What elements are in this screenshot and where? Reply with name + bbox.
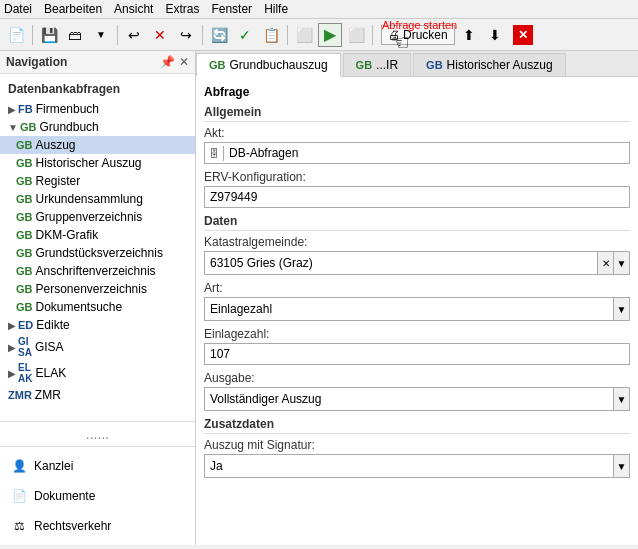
katastralgemeinde-select[interactable]: 63105 Gries (Graz) — [205, 253, 597, 273]
tree-item-register[interactable]: GB Register — [0, 172, 195, 190]
label-anschriften: Anschriftenverzeichnis — [36, 264, 156, 278]
label-dkm: DKM-Grafik — [36, 228, 99, 242]
nav-kanzlei-label: Kanzlei — [34, 459, 73, 473]
label-grundstueck: Grundstücksverzeichnis — [36, 246, 163, 260]
new-button[interactable]: 📄 — [4, 23, 28, 47]
tree-item-auszug[interactable]: GB Auszug — [0, 136, 195, 154]
dropdown-button[interactable]: ▼ — [89, 23, 113, 47]
tab-grundbuchauszug[interactable]: GB Grundbuchauszug — [196, 53, 341, 77]
nav-rechtsverkehr-label: Rechtsverkehr — [34, 519, 111, 533]
tree-item-gisa[interactable]: ▶ GISA GISA — [0, 334, 195, 360]
tab-hist-auszug[interactable]: GB Historischer Auszug — [413, 53, 566, 76]
prefix-gisa: GISA — [18, 336, 32, 358]
menu-hilfe[interactable]: Hilfe — [264, 2, 288, 16]
prefix-gb-gruppen: GB — [16, 211, 33, 223]
nav-next-button[interactable]: ⬜ — [344, 23, 368, 47]
katastralgemeinde-dropdown-btn[interactable]: ▼ — [613, 252, 629, 274]
prefix-fb: FB — [18, 103, 33, 115]
tree-item-dokumentsuche[interactable]: GB Dokumentsuche — [0, 298, 195, 316]
print-icon: 🖨 — [388, 28, 400, 42]
art-select[interactable]: Einlagezahl Grundstücksnummer Name — [205, 299, 613, 319]
undo-button[interactable]: ↩ — [122, 23, 146, 47]
tree-item-grundbuch[interactable]: ▼ GB Grundbuch — [0, 118, 195, 136]
sep2 — [117, 25, 118, 45]
label-dokumentsuche: Dokumentsuche — [36, 300, 123, 314]
tab-prefix-0: GB — [209, 59, 226, 71]
label-grundbuch: Grundbuch — [39, 120, 98, 134]
print-button[interactable]: 🖨 Drucken — [381, 25, 455, 45]
prefix-gb-urk: GB — [16, 193, 33, 205]
tree-item-edikte[interactable]: ▶ ED Edikte — [0, 316, 195, 334]
ausgabe-dropdown-btn[interactable]: ▼ — [613, 388, 629, 410]
section-daten: Daten — [204, 214, 630, 231]
clipboard-button[interactable]: 📋 — [259, 23, 283, 47]
section-allgemein: Allgemein — [204, 105, 630, 122]
tree-item-firmenbuch[interactable]: ▶ FB Firmenbuch — [0, 100, 195, 118]
tree-item-elak[interactable]: ▶ ELAK ELAK — [0, 360, 195, 386]
prefix-gb-dkm: GB — [16, 229, 33, 241]
akt-input[interactable] — [224, 143, 629, 163]
tab-prefix-1: GB — [356, 59, 373, 71]
erv-input[interactable] — [204, 186, 630, 208]
up-button[interactable]: ⬆ — [457, 23, 481, 47]
prefix-gb-anschriften: GB — [16, 265, 33, 277]
tab-prefix-2: GB — [426, 59, 443, 71]
redo-button[interactable]: ↪ — [174, 23, 198, 47]
menu-bearbeiten[interactable]: Bearbeiten — [44, 2, 102, 16]
tree-item-gruppenverzeichnis[interactable]: GB Gruppenverzeichnis — [0, 208, 195, 226]
check-button[interactable]: ✓ — [233, 23, 257, 47]
close-sidebar-icon[interactable]: ✕ — [179, 55, 189, 69]
nav-kanzlei[interactable]: 👤 Kanzlei — [0, 451, 195, 481]
menu-datei[interactable]: Datei — [4, 2, 32, 16]
toolbar: 📄 💾 🗃 ▼ ↩ ✕ ↪ 🔄 ✓ 📋 ⬜ ▶ ⬜ 🖨 Drucken ⬆ ⬇ … — [0, 19, 638, 51]
nav-rechtsverkehr[interactable]: ⚖ Rechtsverkehr — [0, 511, 195, 541]
prefix-gb-hist: GB — [16, 157, 33, 169]
art-label: Art: — [204, 281, 630, 295]
sidebar: Navigation 📌 ✕ Datenbankabfragen ▶ FB Fi… — [0, 51, 196, 545]
ausgabe-select[interactable]: Vollständiger Auszug Kurzauszug Eigentüm… — [205, 389, 613, 409]
tree-item-urkundensammlung[interactable]: GB Urkundensammlung — [0, 190, 195, 208]
save2-button[interactable]: 🗃 — [63, 23, 87, 47]
tree-item-personenverzeichnis[interactable]: GB Personenverzeichnis — [0, 280, 195, 298]
save-button[interactable]: 💾 — [37, 23, 61, 47]
sidebar-nav: 👤 Kanzlei 📄 Dokumente ⚖ Rechtsverkehr — [0, 447, 195, 545]
katastralgemeinde-btns: ✕ ▼ — [597, 252, 629, 274]
down-button[interactable]: ⬇ — [483, 23, 507, 47]
nav-dokumente-label: Dokumente — [34, 489, 95, 503]
auszug-signatur-dropdown-btn[interactable]: ▼ — [613, 455, 629, 477]
refresh-button[interactable]: 🔄 — [207, 23, 231, 47]
ausgabe-select-wrapper: Vollständiger Auszug Kurzauszug Eigentüm… — [204, 387, 630, 411]
tree-item-zmr[interactable]: ZMR ZMR — [0, 386, 195, 404]
field-katastralgemeinde: Katastralgemeinde: 63105 Gries (Graz) ✕ … — [204, 235, 630, 275]
menu-fenster[interactable]: Fenster — [211, 2, 252, 16]
delete-button[interactable]: ✕ — [148, 23, 172, 47]
tree-item-hist-auszug[interactable]: GB Historischer Auszug — [0, 154, 195, 172]
sep3 — [202, 25, 203, 45]
tab-ir[interactable]: GB ...IR — [343, 53, 412, 76]
akt-label: Akt: — [204, 126, 630, 140]
prefix-gb-personen: GB — [16, 283, 33, 295]
menu-extras[interactable]: Extras — [165, 2, 199, 16]
play-button[interactable]: ▶ — [318, 23, 342, 47]
einlagezahl-input[interactable] — [204, 343, 630, 365]
art-dropdown-btn[interactable]: ▼ — [613, 298, 629, 320]
label-personenverzeichnis: Personenverzeichnis — [36, 282, 147, 296]
katastralgemeinde-label: Katastralgemeinde: — [204, 235, 630, 249]
katastralgemeinde-clear-btn[interactable]: ✕ — [597, 252, 613, 274]
tree-item-grundstueck[interactable]: GB Grundstücksverzeichnis — [0, 244, 195, 262]
auszug-signatur-btns: ▼ — [613, 455, 629, 477]
tree-item-anschriften[interactable]: GB Anschriftenverzeichnis — [0, 262, 195, 280]
close-button[interactable]: ✕ — [513, 25, 533, 45]
label-firmenbuch: Firmenbuch — [36, 102, 99, 116]
tree-item-dkm[interactable]: GB DKM-Grafik — [0, 226, 195, 244]
auszug-signatur-select[interactable]: Ja Nein — [205, 456, 613, 476]
auszug-signatur-label: Auszug mit Signatur: — [204, 438, 630, 452]
nav-dokumente[interactable]: 📄 Dokumente — [0, 481, 195, 511]
sidebar-dots: ...... — [0, 421, 195, 447]
erv-label: ERV-Konfiguration: — [204, 170, 630, 184]
dokumente-icon: 📄 — [10, 487, 28, 505]
pin-icon[interactable]: 📌 — [160, 55, 175, 69]
field-akt: Akt: 🗄 — [204, 126, 630, 164]
menu-ansicht[interactable]: Ansicht — [114, 2, 153, 16]
nav-prev-button[interactable]: ⬜ — [292, 23, 316, 47]
